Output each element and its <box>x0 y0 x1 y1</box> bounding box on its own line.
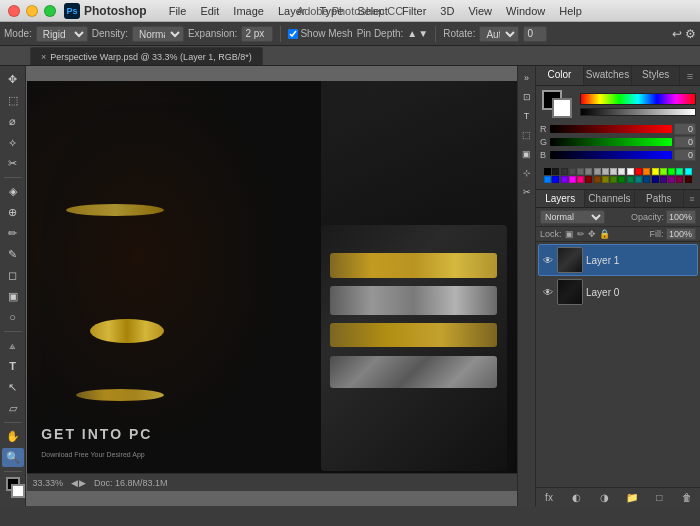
swatch-item[interactable] <box>585 168 592 175</box>
swatch-item[interactable] <box>668 168 675 175</box>
show-mesh-checkbox[interactable] <box>288 29 298 39</box>
maximize-button[interactable] <box>44 5 56 17</box>
tab-styles[interactable]: Styles <box>632 66 680 85</box>
nav-right[interactable]: ▶ <box>79 478 86 488</box>
swatch-item[interactable] <box>577 176 584 183</box>
g-value[interactable]: 0 <box>674 136 696 148</box>
tab-channels[interactable]: Channels <box>585 190 634 207</box>
swatch-item[interactable] <box>594 168 601 175</box>
swatch-item[interactable] <box>643 176 650 183</box>
swatch-item[interactable] <box>602 168 609 175</box>
nav-left[interactable]: ◀ <box>71 478 78 488</box>
marquee-tool[interactable]: ⬚ <box>2 91 24 110</box>
lock-transparency-icon[interactable]: ▣ <box>565 229 574 239</box>
background-color[interactable] <box>11 484 25 498</box>
layer-visibility-0[interactable]: 👁 <box>542 286 554 298</box>
swatch-item[interactable] <box>561 176 568 183</box>
swatch-item[interactable] <box>635 168 642 175</box>
settings-icon[interactable]: ⚙ <box>685 27 696 41</box>
swatch-item[interactable] <box>594 176 601 183</box>
add-mask-button[interactable]: ◐ <box>568 490 586 504</box>
type-tool[interactable]: T <box>2 357 24 376</box>
swatch-item[interactable] <box>685 168 692 175</box>
swatch-item[interactable] <box>676 176 683 183</box>
menu-3d[interactable]: 3D <box>434 3 460 19</box>
swatch-item[interactable] <box>602 176 609 183</box>
minimize-button[interactable] <box>26 5 38 17</box>
swatch-item[interactable] <box>618 176 625 183</box>
opacity-input[interactable] <box>666 210 696 224</box>
lock-all-icon[interactable]: 🔒 <box>599 229 610 239</box>
tab-paths[interactable]: Paths <box>635 190 684 207</box>
b-slider[interactable] <box>550 151 672 159</box>
move-tool[interactable]: ✥ <box>2 70 24 89</box>
swatch-item[interactable] <box>577 168 584 175</box>
mini-tool-1[interactable]: ⊡ <box>519 89 535 105</box>
swatch-item[interactable] <box>643 168 650 175</box>
menu-file[interactable]: File <box>163 3 193 19</box>
tab-layers[interactable]: Layers <box>536 190 585 207</box>
fill-input[interactable] <box>666 228 696 240</box>
grayscale-bar[interactable] <box>580 108 696 116</box>
new-layer-button[interactable]: □ <box>650 490 668 504</box>
b-value[interactable]: 0 <box>674 149 696 161</box>
fg-bg-selector[interactable] <box>540 90 576 118</box>
swatch-item[interactable] <box>610 168 617 175</box>
layer-visibility-1[interactable]: 👁 <box>542 254 554 266</box>
menu-view[interactable]: View <box>462 3 498 19</box>
layer-item-1[interactable]: 👁 Layer 1 <box>538 244 698 276</box>
color-spectrum[interactable] <box>580 93 696 105</box>
rotate-input[interactable] <box>523 26 547 42</box>
swatch-item[interactable] <box>676 168 683 175</box>
layers-panel-menu[interactable]: ≡ <box>684 190 700 207</box>
swatch-item[interactable] <box>610 176 617 183</box>
mode-select[interactable]: Rigid <box>36 26 88 42</box>
swatch-item[interactable] <box>660 176 667 183</box>
mini-tool-5[interactable]: ⊹ <box>519 165 535 181</box>
swatch-item[interactable] <box>627 176 634 183</box>
zoom-tool[interactable]: 🔍 <box>2 448 24 467</box>
crop-tool[interactable]: ✂ <box>2 154 24 173</box>
menu-edit[interactable]: Edit <box>194 3 225 19</box>
delete-layer-button[interactable]: 🗑 <box>678 490 696 504</box>
r-value[interactable]: 0 <box>674 123 696 135</box>
swatch-item[interactable] <box>569 176 576 183</box>
dodge-tool[interactable]: ○ <box>2 308 24 327</box>
pin-depth-down[interactable]: ▼ <box>418 28 428 39</box>
tab-swatches[interactable]: Swatches <box>584 66 632 85</box>
rotate-select[interactable]: Auto <box>479 26 519 42</box>
background-swatch[interactable] <box>552 98 572 118</box>
menu-image[interactable]: Image <box>227 3 270 19</box>
clone-tool[interactable]: ✎ <box>2 245 24 264</box>
canvas-area[interactable]: GET INTO PC Download Free Your Desired A… <box>26 66 517 506</box>
swatch-item[interactable] <box>561 168 568 175</box>
pin-depth-up[interactable]: ▲ <box>407 28 417 39</box>
pen-tool[interactable]: ⟁ <box>2 336 24 355</box>
hand-tool[interactable]: ✋ <box>2 427 24 446</box>
brush-tool[interactable]: ✏ <box>2 224 24 243</box>
undo-icon[interactable]: ↩ <box>672 27 682 41</box>
swatch-item[interactable] <box>668 176 675 183</box>
menu-help[interactable]: Help <box>553 3 588 19</box>
swatch-item[interactable] <box>585 176 592 183</box>
mini-tool-2[interactable]: T <box>519 108 535 124</box>
swatch-item[interactable] <box>552 176 559 183</box>
mini-tool-3[interactable]: ⬚ <box>519 127 535 143</box>
blend-mode-select[interactable]: Normal <box>540 210 605 224</box>
shape-tool[interactable]: ▱ <box>2 399 24 418</box>
panel-menu-icon[interactable]: ≡ <box>680 66 700 85</box>
r-slider[interactable] <box>550 125 672 133</box>
swatch-item[interactable] <box>627 168 634 175</box>
layer-item-0[interactable]: 👁 Layer 0 <box>538 276 698 308</box>
swatch-item[interactable] <box>652 176 659 183</box>
mini-tool-6[interactable]: ✂ <box>519 184 535 200</box>
density-select[interactable]: Normal <box>132 26 184 42</box>
document-tab[interactable]: × Perspective Warp.psd @ 33.3% (Layer 1,… <box>30 47 263 65</box>
show-mesh-checkbox-label[interactable]: Show Mesh <box>288 28 352 39</box>
tab-color[interactable]: Color <box>536 66 584 85</box>
eraser-tool[interactable]: ◻ <box>2 266 24 285</box>
swatch-item[interactable] <box>544 168 551 175</box>
menu-window[interactable]: Window <box>500 3 551 19</box>
swatch-item[interactable] <box>544 176 551 183</box>
add-fx-button[interactable]: fx <box>540 490 558 504</box>
